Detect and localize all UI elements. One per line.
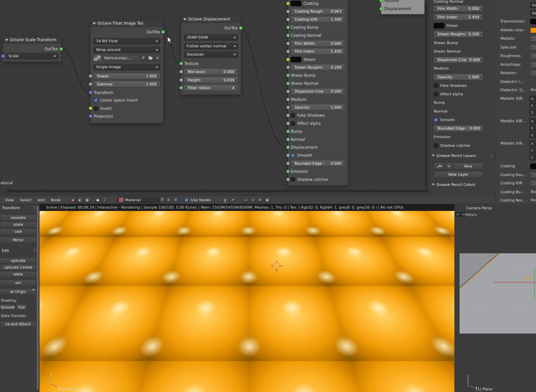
input-socket-invert[interactable]: [89, 106, 92, 110]
node-header[interactable]: Octane Scale Transform: [3, 36, 61, 44]
panel-grip-icon[interactable]: ⠿: [490, 154, 493, 158]
unlink-material-button[interactable]: ×: [173, 197, 179, 203]
row-dispersion-coe[interactable]: Dispersion Coe:0.000: [434, 57, 483, 63]
node-header[interactable]: Octane Float Image Tex: [90, 20, 163, 27]
prop-slider-clipped[interactable]: [530, 172, 536, 178]
linear-space-invert-row[interactable]: Linear space invert: [94, 98, 160, 103]
stepper-icon[interactable]: [156, 65, 159, 69]
toolshelf-scrollbar[interactable]: [37, 206, 39, 390]
color-swatch[interactable]: [530, 19, 536, 24]
input-socket-film-width[interactable]: [286, 42, 290, 45]
row-coating[interactable]: Coating: [291, 0, 345, 7]
line-style-icon[interactable]: ╱: [102, 197, 108, 203]
checkbox[interactable]: [291, 113, 295, 118]
checkbox[interactable]: [291, 153, 295, 158]
panel-grip-icon[interactable]: ⠿: [33, 206, 36, 210]
rotate-button[interactable]: otate: [0, 221, 36, 228]
input-socket-medium[interactable]: [286, 98, 290, 101]
prop-slider-clipped[interactable]: [530, 45, 536, 50]
prop-slider-clipped[interactable]: [530, 181, 536, 186]
prop-vector-field-x[interactable]: X:: [529, 141, 536, 147]
unlink-button[interactable]: ×: [155, 55, 160, 61]
input-socket-rounded-edge[interactable]: [286, 162, 290, 165]
row-sheen-roughn[interactable]: Sheen Roughn:0.200: [434, 31, 483, 37]
parent-node-tree-icon[interactable]: ↗: [229, 197, 236, 203]
row-affect-alpha[interactable]: Affect alpha: [291, 120, 345, 127]
output-socket-outtex[interactable]: [59, 47, 63, 51]
row-opacity[interactable]: Opacity:1.000: [291, 104, 345, 111]
input-socket-volume[interactable]: [379, 0, 383, 3]
stepper-icon[interactable]: [156, 39, 159, 43]
input-socket-shadow-catcher[interactable]: [286, 178, 290, 181]
prop-vector-field-y[interactable]: Y:: [529, 148, 536, 154]
checkbox[interactable]: [434, 92, 438, 96]
input-socket-displacement[interactable]: [379, 7, 383, 11]
collapse-icon[interactable]: [93, 23, 96, 25]
row-coating-ior[interactable]: Coating IOR:1.500: [291, 16, 345, 23]
panel-grip-icon[interactable]: ⠿: [33, 248, 36, 252]
stepper-icon[interactable]: [54, 54, 56, 58]
node-octane-displacement[interactable]: Octane Displacement OutTex 2048*2048 Fol…: [181, 15, 241, 95]
gamma-slider[interactable]: Gamma: 1.000: [93, 81, 160, 87]
input-socket-coating[interactable]: [286, 2, 290, 5]
snap-icon[interactable]: ▦: [264, 197, 271, 203]
input-socket-fake-shadows[interactable]: [286, 113, 290, 117]
vertex-normal-select[interactable]: Follow vertex normal: [184, 43, 238, 49]
power-slider[interactable]: Power: 1.000: [93, 73, 160, 79]
checkbox[interactable]: [434, 143, 438, 148]
stepper-icon[interactable]: [440, 164, 442, 168]
pin-icon[interactable]: [222, 197, 228, 203]
image-name-field[interactable]: fabricbumps....: [102, 55, 140, 61]
fake-user-button[interactable]: F: [160, 197, 165, 203]
input-socket-power[interactable]: [89, 74, 92, 78]
input-socket-sheen-normal[interactable]: [286, 82, 290, 85]
add-layer-icon-button[interactable]: +: [445, 163, 453, 170]
shade-smooth-button[interactable]: Smooth: [0, 304, 16, 311]
prop-vector-field-y[interactable]: Y:: [529, 125, 536, 131]
menu-add[interactable]: Add: [34, 198, 48, 202]
translate-button[interactable]: ranslate: [0, 215, 36, 221]
pencil-button[interactable]: [434, 163, 444, 170]
input-socket-scale[interactable]: [1, 54, 5, 58]
image-mode-select[interactable]: Single Image: [93, 64, 160, 70]
input-socket-sheen[interactable]: [286, 58, 290, 61]
input-socket-emission[interactable]: [286, 170, 290, 173]
checkbox[interactable]: [94, 98, 98, 103]
stepper-icon[interactable]: [234, 52, 236, 57]
stepper-icon[interactable]: [234, 35, 236, 40]
node-octane-float-image-tex[interactable]: Octane Float Image Tex OutTex 16-Bit Flo…: [90, 19, 163, 123]
material-datablock-field[interactable]: Material: [117, 197, 160, 203]
duplicate-button[interactable]: uplicate: [0, 258, 36, 264]
secondary-viewport-region[interactable]: + ↔ Camera Persp Meters: [454, 204, 536, 392]
input-socket-coating-ior[interactable]: [286, 18, 290, 21]
stepper-icon[interactable]: [234, 44, 236, 48]
material-preview-icon[interactable]: ●: [94, 197, 101, 203]
checkbox[interactable]: [434, 118, 438, 122]
input-socket-affect-alpha[interactable]: [286, 121, 290, 125]
row-smooth[interactable]: Smooth: [434, 117, 483, 123]
vertical-scrollbar[interactable]: [425, 2, 428, 187]
row-sheen[interactable]: Sheen: [434, 23, 483, 29]
material-slot-field[interactable]: Oct: [530, 2, 536, 8]
collapse-icon[interactable]: [183, 18, 186, 20]
expand-icon[interactable]: +: [455, 212, 460, 217]
collapse-icon[interactable]: [5, 39, 8, 41]
prop-slider-clipped[interactable]: [530, 70, 536, 76]
bit-depth-select[interactable]: 16-Bit Float: [93, 38, 160, 44]
join-button[interactable]: oin: [0, 280, 36, 286]
input-socket-coating-rough[interactable]: [286, 10, 290, 13]
use-nodes-checkbox[interactable]: [184, 198, 189, 202]
render-view[interactable]: Scene | Elapsed: 00:09.29 | Interactive …: [40, 204, 454, 392]
row-fake-shadows[interactable]: Fake Shadows: [434, 82, 483, 89]
row-film-width[interactable]: Film Width:0.000: [291, 40, 345, 47]
node-octane-scale-transform[interactable]: Octane Scale Transform OutTex Scale: [3, 36, 61, 62]
scale-button[interactable]: cale: [0, 229, 36, 235]
row-fake-shadows[interactable]: Fake Shadows: [291, 112, 345, 119]
border-mode-select[interactable]: Wrap around: [93, 47, 160, 53]
shader-type-material-icon[interactable]: ●: [70, 197, 76, 203]
input-socket-mid-level[interactable]: [179, 70, 183, 74]
row-sheen[interactable]: Sheen: [291, 56, 345, 63]
detail-level-select[interactable]: 2048*2048: [184, 34, 238, 41]
mirror-button[interactable]: Mirror: [0, 237, 36, 243]
stepper-icon[interactable]: [257, 197, 263, 203]
